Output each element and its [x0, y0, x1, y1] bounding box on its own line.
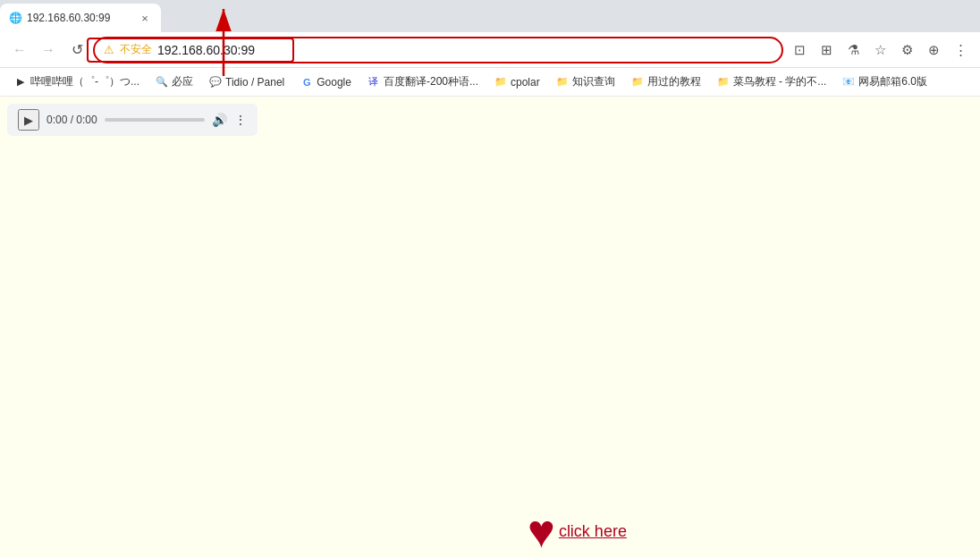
- yongguode-label: 用过的教程: [647, 74, 701, 89]
- audio-player: ▶ 0:00 / 0:00 🔊 ⋮: [7, 104, 258, 136]
- tab-title: 192.168.60.30:99: [27, 12, 132, 24]
- security-warning-icon: ⚠: [104, 43, 114, 56]
- cpolar-label: cpolar: [511, 76, 540, 89]
- tab-close-button[interactable]: ×: [138, 11, 152, 25]
- bookmark-tidio[interactable]: 💬 Tidio / Panel: [202, 73, 291, 91]
- tidio-label: Tidio / Panel: [225, 76, 284, 89]
- security-text: 不安全: [120, 42, 152, 57]
- wangyi-icon: 📧: [842, 76, 855, 89]
- biyao-label: 必应: [172, 74, 193, 89]
- bookmark-wangyi[interactable]: 📧 网易邮箱6.0版: [835, 72, 934, 92]
- bookmark-baidu[interactable]: 译 百度翻译-200种语...: [360, 72, 486, 92]
- bookmark-yongguode[interactable]: 📁 用过的教程: [624, 72, 708, 92]
- active-tab[interactable]: 🌐 192.168.60.30:99 ×: [0, 4, 161, 32]
- toolbar: ← → ↺ ⚠ 不安全 ⊡ ⊞ ⚗ ☆ ⚙ ⊕ ⋮: [0, 32, 980, 68]
- baidu-label: 百度翻译-200种语...: [384, 74, 478, 89]
- tab-favicon: 🌐: [9, 12, 21, 24]
- click-here-link[interactable]: ♥ click here: [528, 508, 627, 554]
- heart-icon: ♥: [528, 508, 555, 554]
- google-label: Google: [317, 76, 351, 89]
- zhishi-label: 知识查询: [572, 74, 615, 89]
- extensions-button[interactable]: ⚙: [894, 38, 919, 63]
- bilibili-icon: ▶: [14, 76, 27, 89]
- address-bar[interactable]: ⚠ 不安全: [93, 37, 783, 63]
- back-button[interactable]: ←: [7, 38, 32, 63]
- bilibili-label: 哔哩哔哩（゜-゜）つ...: [30, 74, 139, 89]
- tab-grid-button[interactable]: ⊞: [814, 38, 839, 63]
- zhishi-icon: 📁: [556, 76, 569, 89]
- tab-bar: 🌐 192.168.60.30:99 ×: [0, 0, 980, 32]
- cpolar-icon: 📁: [494, 76, 507, 89]
- progress-bar[interactable]: [105, 118, 205, 122]
- page-content: ▶ 0:00 / 0:00 🔊 ⋮ ♥ click here: [0, 97, 980, 558]
- browser-window: 🌐 192.168.60.30:99 × ← → ↺ ⚠ 不安全 ⊡ ⊞ ⚗ ☆…: [0, 0, 980, 558]
- yongguode-icon: 📁: [631, 76, 644, 89]
- tidio-icon: 💬: [209, 76, 222, 89]
- bookmark-cainiao[interactable]: 📁 菜鸟教程 - 学的不...: [710, 72, 834, 92]
- profile-button[interactable]: ⊕: [921, 38, 946, 63]
- wangyi-label: 网易邮箱6.0版: [858, 74, 927, 89]
- click-here-text[interactable]: click here: [559, 522, 627, 541]
- bookmark-biyao[interactable]: 🔍 必应: [148, 72, 200, 92]
- cainiao-label: 菜鸟教程 - 学的不...: [733, 74, 827, 89]
- bookmarks-bar: ▶ 哔哩哔哩（゜-゜）つ... 🔍 必应 💬 Tidio / Panel G G…: [0, 68, 980, 97]
- reload-button[interactable]: ↺: [64, 38, 89, 63]
- google-icon: G: [300, 76, 313, 89]
- bookmark-button[interactable]: ☆: [867, 38, 892, 63]
- chrome-labs-button[interactable]: ⚗: [841, 38, 866, 63]
- bookmark-zhishi[interactable]: 📁 知识查询: [549, 72, 622, 92]
- play-button[interactable]: ▶: [18, 109, 39, 131]
- toolbar-actions: ⊡ ⊞ ⚗ ☆ ⚙ ⊕ ⋮: [787, 38, 973, 63]
- bookmark-cpolar[interactable]: 📁 cpolar: [487, 73, 547, 91]
- cainiao-icon: 📁: [717, 76, 730, 89]
- url-input[interactable]: [157, 43, 773, 57]
- volume-button[interactable]: 🔊: [212, 113, 227, 127]
- baidu-icon: 译: [368, 76, 380, 89]
- forward-button[interactable]: →: [36, 38, 61, 63]
- play-icon: ▶: [24, 114, 33, 127]
- menu-button[interactable]: ⋮: [948, 38, 973, 63]
- bookmark-bilibili[interactable]: ▶ 哔哩哔哩（゜-゜）つ...: [7, 72, 147, 92]
- time-display: 0:00 / 0:00: [46, 114, 97, 126]
- biyao-icon: 🔍: [156, 76, 168, 89]
- bookmark-google[interactable]: G Google: [293, 73, 359, 91]
- cast-button[interactable]: ⊡: [787, 38, 812, 63]
- more-options-button[interactable]: ⋮: [234, 113, 247, 127]
